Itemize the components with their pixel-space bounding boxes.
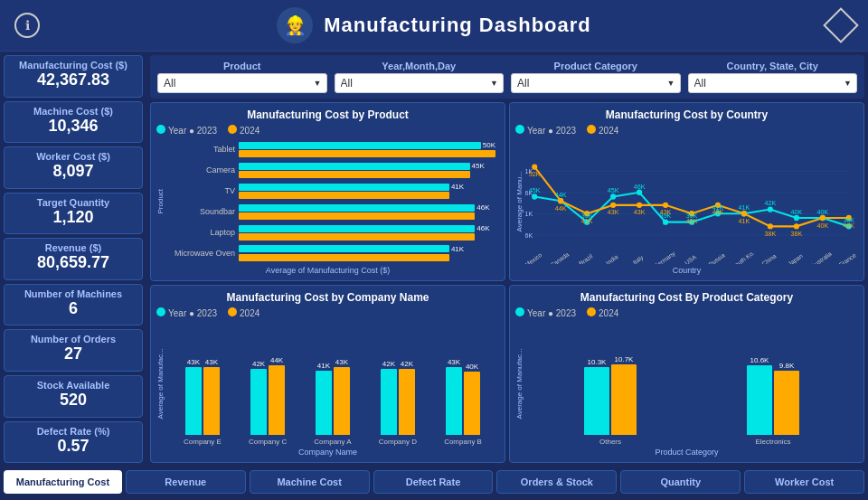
vbar-2024: 43K [203, 358, 220, 435]
bar-2023 [239, 184, 449, 191]
stat-card: Revenue ($)80,659.77 [4, 238, 143, 280]
bar-2024 [239, 233, 475, 241]
vbar-label-2023: 41K [316, 362, 332, 370]
chart-cost-by-product-title: Manufacturing Cost by Product [156, 108, 499, 121]
svg-text:43K: 43K [712, 208, 724, 216]
svg-text:52K: 52K [529, 170, 541, 178]
right-content: Product All Year,Month,Day All Product C… [146, 52, 868, 467]
filter-select[interactable]: All [157, 73, 327, 93]
sidebar: Manufacturing Cost ($)42,367.83Machine C… [0, 52, 146, 467]
vbar-label-2023: 42K [250, 360, 267, 368]
chart-cost-by-category-xaxis: Product Category [515, 448, 858, 457]
vbar-col: 41K 43K [316, 358, 350, 435]
svg-text:41K: 41K [739, 217, 750, 225]
filter-group: Year,Month,Day All [335, 61, 505, 93]
bar-row-label: Microwave Oven [170, 249, 235, 258]
bar-container: 45K [239, 162, 495, 178]
svg-text:Japan: Japan [787, 252, 805, 264]
vbar-cat-2024: 9.8K [774, 362, 799, 435]
bar-row: Camera 45K [170, 162, 495, 178]
tab-button[interactable]: Revenue [126, 470, 246, 494]
vbar-xlabel-company: Company D [379, 438, 417, 446]
vbar-label-2023: 43K [185, 358, 202, 366]
vbar-group-company: 43K 43K Company E [184, 358, 222, 446]
stat-label: Worker Cost ($) [12, 151, 135, 162]
vbar-label-2023: 43K [446, 358, 462, 366]
svg-text:40K: 40K [816, 221, 828, 229]
tab-button[interactable]: Worker Cost [744, 470, 864, 494]
stat-value: 520 [12, 391, 135, 410]
tab-button[interactable]: Defect Rate [373, 470, 494, 494]
filter-group: Product Category All [511, 61, 681, 93]
svg-text:China: China [760, 252, 777, 263]
main-content: Manufacturing Cost ($)42,367.83Machine C… [0, 52, 868, 467]
bar-row: Tablet 50K [170, 141, 495, 157]
chart-cost-by-product: Manufacturing Cost by Product Year ● 202… [150, 102, 505, 281]
bar-val-2023: 46K [476, 203, 489, 212]
vbar-cat-bar-2023 [747, 365, 772, 435]
vbar-col: 42K 44K [250, 356, 285, 435]
bottom-tabs: Manufacturing CostRevenueMachine CostDef… [0, 467, 868, 497]
filter-select[interactable]: All [335, 73, 505, 93]
svg-text:India: India [605, 253, 619, 264]
vbar-cat-2024: 10.7K [611, 355, 637, 435]
vbar-group-category: 10.6K 9.8K Electronics [747, 356, 799, 446]
stat-value: 0.57 [12, 437, 135, 456]
vbar-group-company: 41K 43K Company A [314, 358, 351, 446]
tab-button[interactable]: Quantity [620, 470, 741, 494]
stat-card: Number of Orders27 [4, 329, 143, 372]
svg-text:Australia: Australia [810, 250, 833, 264]
stat-card: Manufacturing Cost ($)42,367.83 [4, 55, 143, 98]
chart-cost-by-product-legend: Year ● 2023 2024 [156, 125, 499, 136]
vbar-label-2024: 42K [399, 360, 415, 368]
page-title: Manufacturing Dashboard [324, 14, 591, 37]
tab-button[interactable]: Machine Cost [250, 470, 370, 494]
bar-val-2023: 41K [451, 245, 464, 253]
chart-cost-by-company: Manufacturing Cost by Company Name Year … [150, 285, 505, 464]
charts-grid: Manufacturing Cost by Product Year ● 202… [150, 102, 864, 463]
bar-2023 [239, 245, 449, 252]
stat-value: 42,367.83 [12, 71, 135, 90]
bar-row: Soundbar 46K [170, 203, 495, 220]
bar-row-label: Laptop [170, 228, 235, 237]
filter-label: Country, State, City [688, 61, 858, 71]
vbar-cat-2023: 10.6K [747, 356, 772, 435]
svg-text:Italy: Italy [632, 253, 646, 263]
svg-text:Russia: Russia [707, 251, 726, 263]
vbar-bar-2023 [316, 371, 332, 435]
vbar-xlabel-company: Company C [249, 438, 287, 446]
stat-card: Worker Cost ($)8,097 [4, 146, 143, 189]
vbar-xlabel-cat: Electronics [755, 438, 790, 446]
svg-text:40K: 40K [843, 221, 854, 229]
filter-select[interactable]: All [511, 73, 681, 93]
chart-cost-by-country-legend: Year ● 2023 2024 [515, 125, 858, 136]
tab-button[interactable]: Orders & Stock [496, 470, 617, 494]
chart-cost-by-product-body: Product Tablet 50K Camera 45K TV [156, 139, 499, 264]
vbar-cat-bar-2024 [774, 371, 799, 435]
filter-select[interactable]: All [688, 73, 858, 93]
tab-button[interactable]: Manufacturing Cost [4, 470, 122, 494]
svg-text:38K: 38K [765, 230, 777, 238]
filter-label: Year,Month,Day [335, 61, 505, 71]
stat-card: Machine Cost ($)10,346 [4, 101, 143, 144]
stat-card: Defect Rate (%)0.57 [4, 421, 143, 464]
vbar-bar-2024 [203, 367, 220, 435]
vbar-group-company: 43K 40K Company B [444, 358, 482, 446]
svg-text:Mexico: Mexico [525, 251, 543, 263]
stat-value: 80,659.77 [12, 253, 135, 272]
vbar-cat-bar-2024 [611, 364, 637, 435]
svg-text:USA: USA [684, 253, 698, 263]
chart-cost-by-category-legend: Year ● 2023 2024 [515, 307, 858, 318]
svg-text:43K: 43K [660, 208, 672, 216]
vbar-label-2023: 42K [381, 360, 397, 368]
stat-label: Revenue ($) [12, 242, 135, 253]
chart-cost-by-country-title: Manufacturing Cost by Country [515, 108, 858, 121]
info-icon[interactable]: ℹ [14, 13, 40, 38]
vbar-bar-2023 [185, 367, 202, 435]
vbar-2024: 43K [334, 358, 350, 435]
svg-text:Canada: Canada [549, 250, 570, 263]
svg-text:44K: 44K [555, 191, 567, 199]
bar-2023 [239, 163, 470, 170]
vbar-xlabel-company: Company B [444, 438, 482, 446]
filters-bar: Product All Year,Month,Day All Product C… [150, 55, 864, 99]
